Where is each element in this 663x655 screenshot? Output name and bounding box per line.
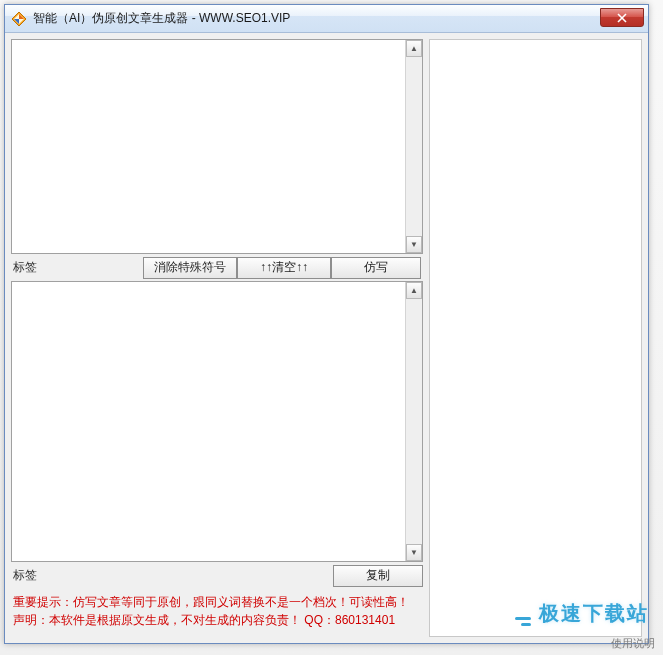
scroll-down-icon[interactable]: ▼ bbox=[406, 544, 422, 561]
left-panel: ▲ ▼ 标签 消除特殊符号 ↑↑清空↑↑ 仿写 ▲ ▼ bbox=[11, 39, 423, 637]
copy-button[interactable]: 复制 bbox=[333, 565, 423, 587]
watermark-logo: 极速下载站 bbox=[515, 600, 649, 627]
top-label: 标签 bbox=[11, 259, 51, 276]
scroll-down-icon[interactable]: ▼ bbox=[406, 236, 422, 253]
bottom-label: 标签 bbox=[11, 567, 51, 584]
scroll-track[interactable] bbox=[406, 57, 422, 236]
scroll-up-icon[interactable]: ▲ bbox=[406, 40, 422, 57]
scroll-track[interactable] bbox=[406, 299, 422, 544]
empty-button[interactable]: ↑↑清空↑↑ bbox=[237, 257, 331, 279]
usage-note: 使用说明 bbox=[611, 636, 655, 651]
watermark-dash-icon bbox=[515, 617, 535, 621]
client-area: ▲ ▼ 标签 消除特殊符号 ↑↑清空↑↑ 仿写 ▲ ▼ bbox=[5, 33, 648, 643]
app-icon bbox=[11, 11, 27, 27]
clear-special-button[interactable]: 消除特殊符号 bbox=[143, 257, 237, 279]
bottom-toolbar: 标签 复制 bbox=[11, 564, 423, 587]
output-textarea[interactable] bbox=[12, 282, 405, 561]
output-textarea-container: ▲ ▼ bbox=[11, 281, 423, 562]
scroll-up-icon[interactable]: ▲ bbox=[406, 282, 422, 299]
right-panel bbox=[429, 39, 642, 637]
top-toolbar: 标签 消除特殊符号 ↑↑清空↑↑ 仿写 bbox=[11, 256, 423, 279]
watermark-text: 极速下载站 bbox=[539, 600, 649, 627]
input-textarea[interactable] bbox=[12, 40, 405, 253]
close-button[interactable] bbox=[600, 8, 644, 27]
footer-line-1: 重要提示：仿写文章等同于原创，跟同义词替换不是一个档次！可读性高！ bbox=[13, 593, 423, 611]
input-textarea-container: ▲ ▼ bbox=[11, 39, 423, 254]
footer-line-2: 声明：本软件是根据原文生成，不对生成的内容负责！ QQ：860131401 bbox=[13, 611, 423, 629]
rewrite-button[interactable]: 仿写 bbox=[331, 257, 421, 279]
window-title: 智能（AI）伪原创文章生成器 - WWW.SEO1.VIP bbox=[33, 10, 290, 27]
app-window: 智能（AI）伪原创文章生成器 - WWW.SEO1.VIP ▲ ▼ 标签 消除特… bbox=[4, 4, 649, 644]
footer-notice: 重要提示：仿写文章等同于原创，跟同义词替换不是一个档次！可读性高！ 声明：本软件… bbox=[11, 593, 423, 629]
output-scrollbar[interactable]: ▲ ▼ bbox=[405, 282, 422, 561]
titlebar: 智能（AI）伪原创文章生成器 - WWW.SEO1.VIP bbox=[5, 5, 648, 33]
input-scrollbar[interactable]: ▲ ▼ bbox=[405, 40, 422, 253]
